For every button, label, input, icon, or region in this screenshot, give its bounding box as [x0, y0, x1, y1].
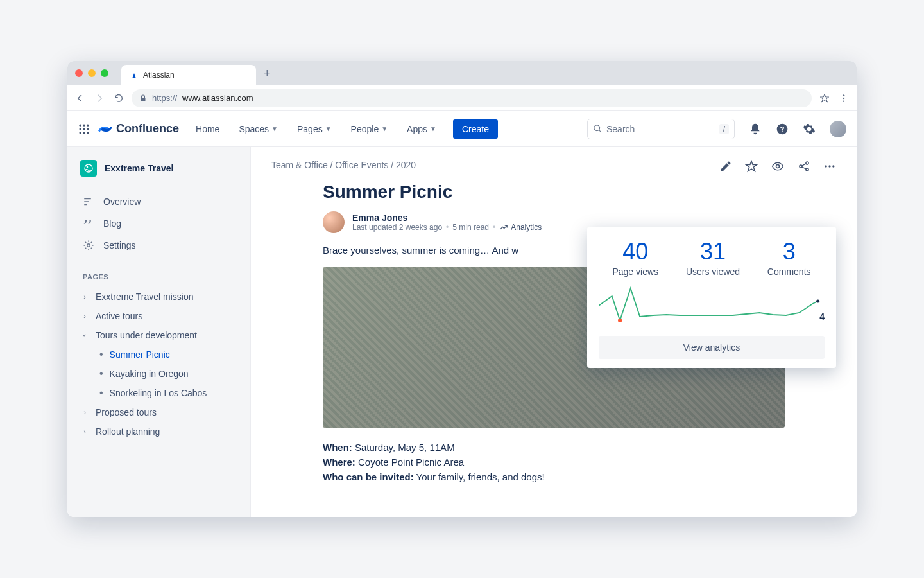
maximize-window-button[interactable] [101, 69, 108, 77]
forward-button[interactable] [94, 93, 105, 103]
svg-point-8 [87, 128, 89, 130]
reload-button[interactable] [114, 93, 124, 103]
stat-page-views: 40 Page views [612, 238, 658, 277]
tree-child-snorkeling[interactable]: •Snorkeling in Los Cabos [80, 383, 245, 403]
app-header: Confluence Home Spaces▼ Pages▼ People▼ A… [67, 111, 857, 147]
sidebar: Exxtreme Travel Overview Blog Settings P… [67, 147, 251, 517]
svg-point-1 [843, 97, 844, 98]
close-window-button[interactable] [75, 69, 83, 77]
analytics-popover: 40 Page views 31 Users viewed 3 Comments [587, 227, 836, 368]
page-actions [719, 160, 836, 173]
browser-tab-bar: Atlassian + [67, 61, 857, 85]
tree-item-tours-dev[interactable]: ›Tours under development [80, 326, 245, 345]
svg-point-22 [825, 165, 827, 167]
svg-point-2 [843, 100, 844, 101]
tree-child-summer-picnic[interactable]: •Summer Picnic [80, 345, 245, 364]
search-input[interactable]: Search / [587, 119, 735, 139]
nav-spaces[interactable]: Spaces▼ [236, 120, 280, 138]
bullet-icon: • [99, 388, 103, 398]
nav-home[interactable]: Home [193, 120, 222, 138]
view-analytics-button[interactable]: View analytics [599, 336, 825, 359]
read-time: 5 min read [452, 223, 489, 232]
sidebar-settings[interactable]: Settings [80, 234, 245, 256]
bullet-icon: • [99, 349, 103, 360]
nav-people[interactable]: People▼ [348, 120, 391, 138]
watch-icon[interactable] [771, 160, 785, 173]
svg-point-18 [776, 165, 780, 168]
chevron-right-icon: › [80, 312, 89, 320]
svg-text:?: ? [780, 125, 784, 133]
nav-apps[interactable]: Apps▼ [404, 120, 439, 138]
confluence-logo[interactable]: Confluence [98, 122, 179, 136]
svg-point-25 [618, 319, 622, 322]
browser-toolbar: https:// www.atlassian.com [67, 85, 857, 111]
tree-child-kayaking[interactable]: •Kayaking in Oregon [80, 364, 245, 383]
chevron-down-icon: › [81, 331, 89, 340]
edit-icon[interactable] [719, 160, 732, 173]
analytics-link[interactable]: Analytics [499, 223, 542, 232]
svg-point-4 [83, 124, 85, 126]
address-bar[interactable]: https:// www.atlassian.com [132, 89, 812, 107]
back-button[interactable] [75, 93, 85, 103]
bullet-icon: • [99, 369, 103, 379]
author-name[interactable]: Emma Jones [352, 213, 542, 223]
event-details: When: Saturday, May 5, 11AM Where: Coyot… [323, 442, 785, 482]
tab-title: Atlassian [143, 71, 175, 80]
chevron-down-icon: ▼ [430, 125, 436, 132]
chevron-down-icon: ▼ [381, 125, 388, 132]
svg-point-26 [816, 300, 819, 303]
sparkline-last-value: 4 [819, 311, 825, 322]
settings-icon[interactable] [803, 123, 816, 136]
who-label: Who can be invited: [323, 471, 414, 482]
lock-icon [139, 94, 147, 102]
more-icon[interactable] [823, 160, 836, 173]
app-switcher-icon[interactable] [78, 123, 90, 136]
url-domain: www.atlassian.com [182, 93, 253, 103]
svg-point-6 [80, 128, 81, 130]
search-placeholder: Search [606, 124, 635, 134]
tree-item-rollout[interactable]: ›Rollout planning [80, 422, 245, 441]
nav-pages[interactable]: Pages▼ [295, 120, 334, 138]
new-tab-button[interactable]: + [264, 67, 271, 80]
sidebar-blog[interactable]: Blog [80, 213, 245, 234]
svg-point-10 [83, 132, 85, 134]
browser-tab[interactable]: Atlassian [121, 65, 256, 85]
when-value: Saturday, May 5, 11AM [352, 442, 455, 453]
analytics-sparkline: 4 [599, 283, 825, 328]
notifications-icon[interactable] [749, 123, 762, 136]
create-button[interactable]: Create [453, 119, 498, 139]
svg-point-12 [594, 125, 600, 131]
chevron-right-icon: › [80, 293, 89, 301]
svg-point-0 [843, 94, 844, 96]
stat-users-viewed: 31 Users viewed [686, 238, 740, 277]
author-avatar[interactable] [323, 211, 345, 233]
user-avatar[interactable] [830, 121, 846, 137]
tree-item-proposed[interactable]: ›Proposed tours [80, 403, 245, 422]
browser-menu-icon[interactable] [839, 93, 849, 103]
window-controls [75, 69, 108, 77]
tree-item-active-tours[interactable]: ›Active tours [80, 306, 245, 326]
search-icon [593, 124, 603, 134]
gear-icon [83, 240, 94, 251]
main-content: Team & Office / Office Events / 2020 Sum… [251, 147, 857, 517]
svg-point-7 [83, 128, 85, 130]
overview-icon [83, 196, 94, 207]
share-icon[interactable] [798, 160, 810, 173]
sidebar-overview[interactable]: Overview [80, 191, 245, 213]
svg-point-24 [832, 165, 834, 167]
space-header[interactable]: Exxtreme Travel [80, 160, 245, 177]
chevron-down-icon: ▼ [325, 125, 332, 132]
svg-point-11 [87, 132, 89, 134]
svg-point-5 [87, 124, 89, 126]
space-icon [80, 160, 97, 177]
tree-item-mission[interactable]: ›Exxtreme Travel mission [80, 287, 245, 306]
url-protocol: https:// [152, 93, 177, 103]
when-label: When: [323, 442, 352, 453]
help-icon[interactable]: ? [776, 123, 789, 136]
minimize-window-button[interactable] [88, 69, 96, 77]
star-icon[interactable] [745, 160, 758, 173]
bookmark-star-icon[interactable] [819, 93, 830, 103]
space-name: Exxtreme Travel [105, 163, 173, 173]
atlassian-logo-icon [130, 71, 138, 79]
blog-icon [83, 218, 94, 229]
